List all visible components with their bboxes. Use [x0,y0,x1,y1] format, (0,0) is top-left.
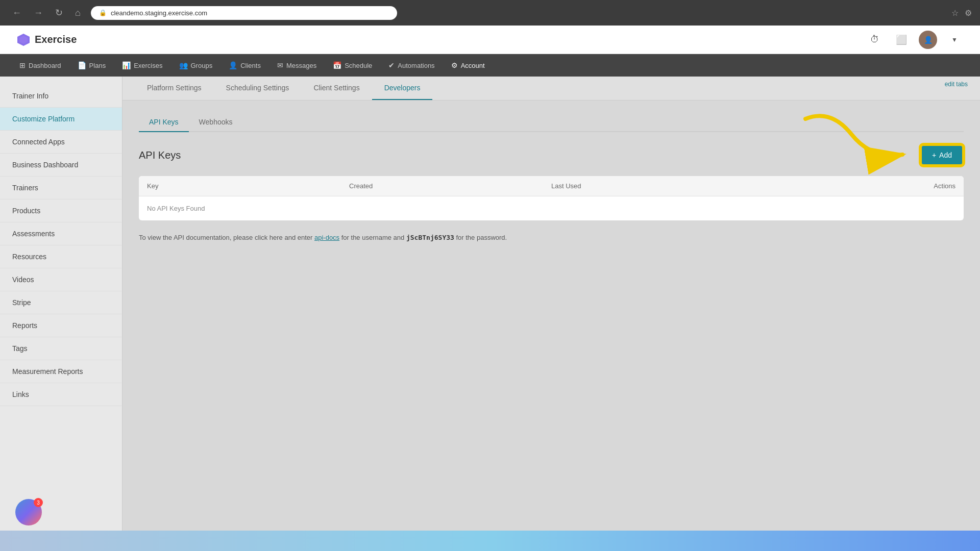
groups-icon: 👥 [179,61,188,69]
col-last-used: Last Used [551,182,753,190]
sidebar-item-videos[interactable]: Videos [0,268,122,291]
info-text-suffix: for the password. [454,234,507,241]
content-area: Platform Settings Scheduling Settings Cl… [122,77,980,551]
sidebar-label-links: Links [12,390,29,398]
header-right: ⏱ ⬜ 👤 ▼ [866,31,964,49]
browser-nav-buttons: ← → ↻ ⌂ [8,5,85,20]
lock-icon: 🔒 [99,9,107,16]
back-button[interactable]: ← [8,6,26,20]
sidebar-item-reports[interactable]: Reports [0,314,122,337]
sub-tab-api-keys[interactable]: API Keys [139,113,189,132]
main-layout: Trainer Info Customize Platform Connecte… [0,77,980,551]
tab-label-developers: Developers [384,84,421,92]
sub-tabs: API Keys Webhooks [139,113,964,132]
nav-item-plans[interactable]: 📄 Plans [70,58,113,72]
tabs-row: Platform Settings Scheduling Settings Cl… [122,77,980,101]
col-actions: Actions [753,182,955,190]
sidebar-item-connected-apps[interactable]: Connected Apps [0,131,122,154]
nav-label-messages: Messages [286,62,316,69]
sidebar-item-tags[interactable]: Tags [0,337,122,360]
notification-bubble[interactable]: 3 [15,499,42,525]
schedule-icon: 📅 [333,61,341,69]
api-docs-link[interactable]: api-docs [314,234,339,241]
table-header: Key Created Last Used Actions [139,176,964,196]
password-code: jScBTnj6SY33 [406,234,454,241]
sidebar-item-products[interactable]: Products [0,199,122,222]
add-api-key-button[interactable]: + Add [920,144,964,166]
nav-label-account: Account [461,62,485,69]
avatar-dropdown-button[interactable]: ▼ [945,31,964,49]
sidebar-label-trainers: Trainers [12,184,38,192]
plus-icon: + [932,151,936,159]
api-keys-table: Key Created Last Used Actions No API Key… [139,176,964,220]
star-button[interactable]: ☆ [951,8,959,18]
edit-tabs-link[interactable]: edit tabs [945,81,968,88]
nav-item-exercises[interactable]: 📊 Exercises [115,58,169,72]
avatar[interactable]: 👤 [919,31,937,49]
nav-item-groups[interactable]: 👥 Groups [172,58,220,72]
sub-tab-webhooks[interactable]: Webhooks [189,113,243,132]
window-button[interactable]: ⬜ [892,31,911,49]
sidebar-label-videos: Videos [12,276,34,284]
extensions-button[interactable]: ⚙ [965,8,972,18]
sidebar: Trainer Info Customize Platform Connecte… [0,77,122,551]
address-bar[interactable]: 🔒 cleandemo.staging.exercise.com [91,6,397,20]
sidebar-item-assessments[interactable]: Assessments [0,222,122,245]
sidebar-item-stripe[interactable]: Stripe [0,291,122,314]
sidebar-item-measurement-reports[interactable]: Measurement Reports [0,360,122,383]
sidebar-label-tags: Tags [12,344,28,353]
sidebar-label-measurement-reports: Measurement Reports [12,367,83,375]
forward-button[interactable]: → [30,6,47,20]
table-empty-message: No API Keys Found [139,196,964,220]
sidebar-label-reports: Reports [12,321,37,330]
sidebar-item-customize-platform[interactable]: Customize Platform [0,108,122,131]
info-text-mid: for the username and [339,234,406,241]
app-logo: Exercise [16,33,77,47]
nav-item-messages[interactable]: ✉ Messages [270,58,324,72]
nav-label-schedule: Schedule [345,62,372,69]
notification-badge: 3 [34,498,43,507]
sidebar-item-links[interactable]: Links [0,383,122,406]
tab-developers[interactable]: Developers [372,77,433,100]
nav-item-dashboard[interactable]: ⊞ Dashboard [12,58,68,72]
tab-scheduling-settings[interactable]: Scheduling Settings [214,77,302,100]
app-header: Exercise ⏱ ⬜ 👤 ▼ [0,26,980,54]
col-created: Created [349,182,551,190]
section-header: API Keys + Add [139,144,964,166]
sidebar-label-stripe: Stripe [12,298,31,307]
sidebar-label-assessments: Assessments [12,230,55,238]
nav-label-groups: Groups [191,62,213,69]
tab-platform-settings[interactable]: Platform Settings [135,77,214,100]
url-text: cleandemo.staging.exercise.com [111,9,207,17]
nav-item-automations[interactable]: ✔ Automations [381,58,442,72]
sidebar-item-trainer-info[interactable]: Trainer Info [0,85,122,108]
timer-button[interactable]: ⏱ [866,31,884,49]
tab-label-client-settings: Client Settings [313,84,359,92]
refresh-button[interactable]: ↻ [51,5,67,20]
sidebar-item-trainers[interactable]: Trainers [0,177,122,199]
tab-label-scheduling-settings: Scheduling Settings [226,84,289,92]
automations-icon: ✔ [388,61,395,69]
home-button[interactable]: ⌂ [71,6,85,20]
account-icon: ⚙ [451,61,458,69]
nav-item-account[interactable]: ⚙ Account [444,58,492,72]
nav-item-schedule[interactable]: 📅 Schedule [326,58,379,72]
dashboard-icon: ⊞ [19,61,26,69]
nav-label-plans: Plans [89,62,106,69]
nav-label-automations: Automations [398,62,434,69]
sub-tab-label-api-keys: API Keys [149,118,179,126]
bottom-bar [0,531,980,551]
browser-actions: ☆ ⚙ [951,8,972,18]
sidebar-item-business-dashboard[interactable]: Business Dashboard [0,154,122,177]
api-keys-title: API Keys [139,149,181,161]
nav-item-clients[interactable]: 👤 Clients [222,58,268,72]
tab-client-settings[interactable]: Client Settings [301,77,372,100]
plans-icon: 📄 [78,61,86,69]
browser-chrome: ← → ↻ ⌂ 🔒 cleandemo.staging.exercise.com… [0,0,980,26]
sidebar-item-resources[interactable]: Resources [0,245,122,268]
sidebar-label-products: Products [12,207,40,215]
nav-label-exercises: Exercises [134,62,162,69]
exercises-icon: 📊 [122,61,131,69]
sidebar-label-connected-apps: Connected Apps [12,138,65,146]
nav-bar: ⊞ Dashboard 📄 Plans 📊 Exercises 👥 Groups… [0,54,980,77]
